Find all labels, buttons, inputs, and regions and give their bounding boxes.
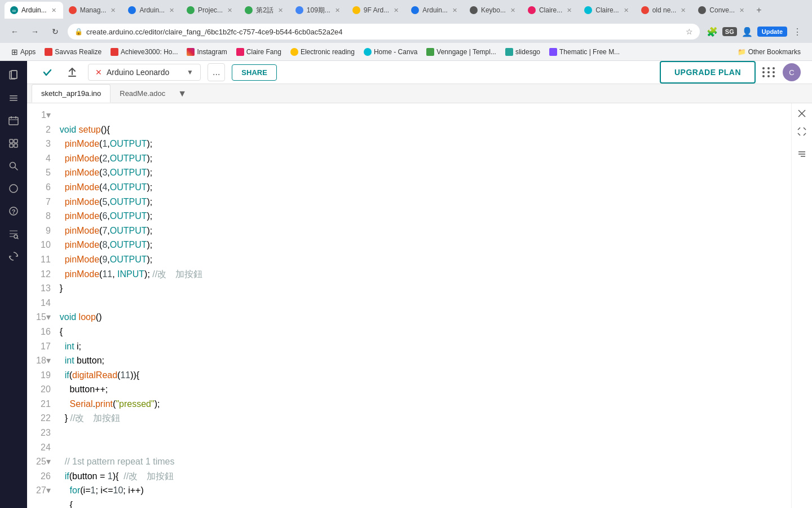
sidebar-circle-icon[interactable] <box>3 178 24 199</box>
tab-close-btn[interactable]: ✕ <box>50 6 58 15</box>
svg-rect-13 <box>14 139 17 143</box>
bookmark-thematic[interactable]: Thematic | Free M... <box>545 46 624 58</box>
sidebar-search-icon[interactable] <box>3 156 24 176</box>
code-content[interactable]: void setup(){ pinMode(1,OUTPUT); pinMode… <box>55 103 791 508</box>
apps-grid-icon[interactable] <box>762 67 776 77</box>
tab-arduino2[interactable]: Arduin... ✕ <box>122 2 181 19</box>
sg-extension[interactable]: SG <box>722 27 737 36</box>
tab-close-btn[interactable]: ✕ <box>509 6 517 15</box>
bookmark-electronic-label: Electronic reading <box>301 48 355 56</box>
editor-toolbar: ✕ Arduino Leonardo ▼ ... SHARE UPGRADE P… <box>27 61 812 84</box>
tab-close-btn[interactable]: ✕ <box>277 6 284 15</box>
user-avatar[interactable]: C <box>783 63 801 81</box>
svg-line-17 <box>15 168 18 170</box>
bookmark-venngage[interactable]: Venngage | Templ... <box>422 46 501 58</box>
tab-109[interactable]: 109期... ✕ <box>290 2 347 19</box>
sidebar-sync-icon[interactable] <box>3 246 24 266</box>
more-options-button[interactable]: ... <box>208 63 225 81</box>
tab-close-btn[interactable]: ✕ <box>226 6 233 15</box>
url-bar[interactable]: 🔒 create.arduino.cc/editor/claire_fang_/… <box>68 24 700 40</box>
active-tab[interactable]: ∞ Arduin... ✕ <box>5 2 63 19</box>
sidebar-grid-icon[interactable] <box>3 133 24 154</box>
sidebar-help-icon[interactable]: ? <box>3 201 24 221</box>
bookmark-savvas[interactable]: Savvas Realize <box>40 46 106 58</box>
tab-manage[interactable]: Manag... ✕ <box>63 2 123 19</box>
bookmark-canva[interactable]: Home - Canva <box>359 46 422 58</box>
tab-arduino3[interactable]: Arduin... ✕ <box>405 2 464 19</box>
verify-button[interactable] <box>38 63 56 81</box>
bookmark-apps-label: Apps <box>20 48 36 56</box>
bookmark-apps[interactable]: ⊞ Apps <box>7 45 40 59</box>
collapse-icon[interactable] <box>796 108 807 121</box>
board-name-label: Arduino Leonardo <box>107 68 182 77</box>
code-area[interactable]: 1▾ 2 3 4 5 6 7 8 9 10 11 12 13 14 15▾ 16 <box>27 103 812 508</box>
tab-9f[interactable]: 9F Ard... ✕ <box>347 2 405 19</box>
add-tab-button[interactable]: ▼ <box>174 86 190 102</box>
sidebar-calendar-icon[interactable] <box>3 111 24 131</box>
tab-close-btn[interactable]: ✕ <box>392 6 400 15</box>
bookmark-other[interactable]: 📁 Other Bookmarks <box>733 46 805 58</box>
tab-close-btn[interactable]: ✕ <box>334 6 341 15</box>
tab-conve[interactable]: Conve... ✕ <box>692 2 751 19</box>
bookmark-canva-label: Home - Canva <box>374 48 417 56</box>
tab-project[interactable]: Projec... ✕ <box>181 2 239 19</box>
editor-right-panel <box>791 103 812 508</box>
svg-rect-5 <box>10 95 17 97</box>
upload-button[interactable] <box>63 63 81 81</box>
update-button[interactable]: Update <box>757 27 787 37</box>
lines-icon[interactable] <box>796 148 807 162</box>
bookmark-electronic[interactable]: Electronic reading <box>286 46 359 58</box>
tab-close-btn[interactable]: ✕ <box>679 6 687 15</box>
line-numbers: 1▾ 2 3 4 5 6 7 8 9 10 11 12 13 14 15▾ 16 <box>27 103 55 508</box>
bookmark-achieve[interactable]: Achieve3000: Ho... <box>106 46 182 58</box>
sidebar-files-icon[interactable] <box>3 65 24 86</box>
bookmark-achieve-label: Achieve3000: Ho... <box>121 48 178 56</box>
tab-ep2[interactable]: 第2話 ✕ <box>239 2 290 19</box>
tab-close-btn[interactable]: ✕ <box>451 6 458 15</box>
sidebar-debug-icon[interactable] <box>3 224 24 244</box>
bookmark-slidesgo[interactable]: slidesgo <box>501 46 545 58</box>
bookmark-star-icon[interactable]: ☆ <box>686 27 693 36</box>
tab-claire1[interactable]: Claire... ✕ <box>522 2 579 19</box>
tab-close-btn[interactable]: ✕ <box>168 6 175 15</box>
board-selector[interactable]: ✕ Arduino Leonardo ▼ <box>88 64 201 81</box>
tab-sketch[interactable]: sketch_apr19a.ino <box>32 84 111 103</box>
tab-oldne[interactable]: old ne... ✕ <box>636 2 693 19</box>
bookmark-claire-fang[interactable]: Claire Fang <box>232 46 286 58</box>
extensions-icon[interactable]: 🧩 <box>704 24 720 40</box>
svg-line-33 <box>804 128 806 130</box>
expand-icon[interactable] <box>796 126 807 139</box>
browser-actions: 🧩 SG 👤 Update ⋮ <box>704 24 805 40</box>
new-tab-button[interactable]: + <box>751 2 767 18</box>
editor-area: ✕ Arduino Leonardo ▼ ... SHARE UPGRADE P… <box>27 61 812 508</box>
reload-button[interactable]: ↻ <box>47 24 63 40</box>
tab-close-btn[interactable]: ✕ <box>566 6 573 15</box>
tab-close-btn[interactable]: ✕ <box>738 6 745 15</box>
bookmark-instagram[interactable]: Instagram <box>182 46 231 58</box>
bookmark-claire-fang-label: Claire Fang <box>246 48 281 56</box>
sidebar-list-icon[interactable] <box>3 88 24 108</box>
lock-icon: 🔒 <box>74 28 83 36</box>
profile-icon[interactable]: 👤 <box>739 24 755 40</box>
tab-claire2[interactable]: Claire... ✕ <box>579 2 635 19</box>
tab-label: Keybo... <box>481 6 506 14</box>
tab-label: 第2話 <box>256 6 273 15</box>
share-button[interactable]: SHARE <box>232 64 277 81</box>
sidebar: ? <box>0 61 27 508</box>
tab-label: Arduin... <box>21 6 47 14</box>
svg-rect-6 <box>10 98 17 99</box>
svg-rect-14 <box>10 144 13 147</box>
tab-label: Claire... <box>595 6 619 14</box>
tab-label: Manag... <box>80 6 107 14</box>
tab-label: 109期... <box>307 6 330 15</box>
svg-text:∞: ∞ <box>12 8 16 14</box>
bookmark-instagram-label: Instagram <box>197 48 227 56</box>
tab-readme[interactable]: ReadMe.adoc <box>111 85 174 102</box>
tab-close-btn[interactable]: ✕ <box>623 6 630 15</box>
forward-button[interactable]: → <box>27 24 43 40</box>
upgrade-plan-button[interactable]: UPGRADE PLAN <box>660 61 756 84</box>
back-button[interactable]: ← <box>7 24 23 40</box>
chrome-menu-icon[interactable]: ⋮ <box>789 24 805 40</box>
tab-close-btn[interactable]: ✕ <box>109 6 117 15</box>
tab-keyboard[interactable]: Keybo... ✕ <box>464 2 522 19</box>
